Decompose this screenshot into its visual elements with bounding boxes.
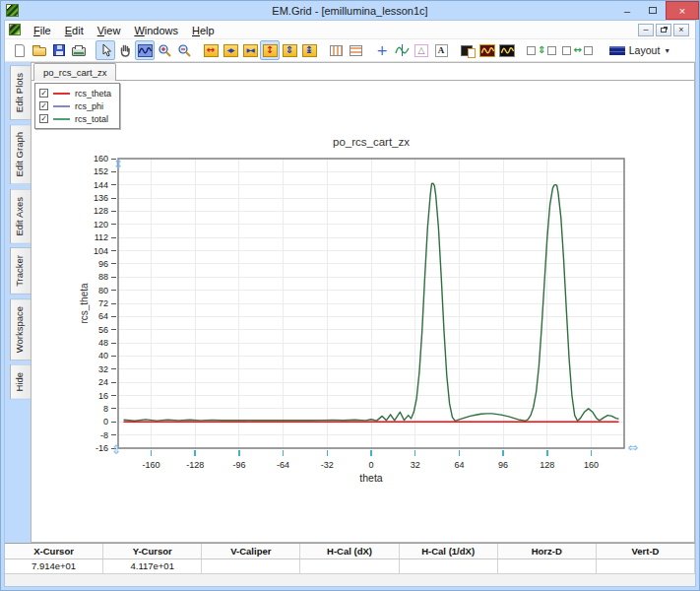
readout-value-5 bbox=[498, 559, 597, 574]
y-tick-label: 96 bbox=[98, 259, 108, 269]
y-tick-label: 24 bbox=[98, 377, 108, 387]
mdi-close-button[interactable]: × bbox=[673, 24, 689, 36]
y-tick-label: 32 bbox=[98, 364, 108, 374]
align-vertical-group-button[interactable]: ⇕ bbox=[524, 40, 559, 60]
readout-header-y-cursor: Y-Cursor bbox=[103, 544, 202, 558]
graph-style-dark-button[interactable] bbox=[477, 40, 497, 60]
sidebar-tab-edit-plots[interactable]: Edit Plots bbox=[10, 65, 31, 120]
zoom-window-button[interactable] bbox=[135, 40, 155, 60]
pan-hand-button[interactable] bbox=[115, 40, 135, 60]
save-file-button[interactable] bbox=[49, 40, 69, 60]
expand-y-icon: ↕ bbox=[263, 44, 278, 57]
sidebar-tab-edit-axes[interactable]: Edit Axes bbox=[10, 189, 31, 244]
select-cursor-button[interactable] bbox=[95, 40, 115, 60]
sidebar-tab-workspace[interactable]: Workspace bbox=[10, 298, 31, 361]
legend-line-sample-icon bbox=[53, 105, 70, 107]
expand-x-button[interactable]: ↔ bbox=[201, 40, 221, 60]
title-bar: EM.Grid - [emillumina_lesson1c] – × bbox=[1, 1, 699, 20]
menu-items: FileEditViewWindowsHelp bbox=[27, 21, 222, 38]
axis-handle-top-left-icon[interactable]: ⇕ bbox=[113, 157, 124, 171]
readout-value-2 bbox=[202, 559, 300, 574]
chart-title: po_rcs_cart_zx bbox=[333, 136, 410, 148]
legend-checkbox-rcs_theta[interactable]: ✓ bbox=[39, 89, 48, 98]
delta-marker-button[interactable]: △ bbox=[412, 40, 431, 60]
open-file-button[interactable] bbox=[30, 40, 49, 60]
readout-header-horz-d: Horz-D bbox=[498, 544, 597, 558]
legend-checkbox-rcs_phi[interactable]: ✓ bbox=[39, 101, 48, 110]
vertical-panels-button[interactable] bbox=[326, 40, 346, 60]
new-document-button[interactable] bbox=[10, 40, 30, 60]
readout-header-x-cursor: X-Cursor bbox=[5, 544, 103, 558]
mdi-restore-button[interactable] bbox=[656, 24, 671, 36]
zoom-out-icon bbox=[177, 43, 192, 58]
menu-windows[interactable]: Windows bbox=[127, 23, 185, 38]
new-document-icon bbox=[15, 44, 25, 57]
readout-value-4 bbox=[400, 559, 498, 574]
mdi-window-controls: – × bbox=[638, 24, 691, 36]
x-tick-label: -160 bbox=[143, 460, 160, 470]
document-logo-icon[interactable] bbox=[9, 24, 21, 35]
sidebar-tab-hide[interactable]: Hide bbox=[10, 364, 31, 400]
menu-view[interactable]: View bbox=[91, 23, 128, 38]
menu-help[interactable]: Help bbox=[185, 23, 222, 38]
sidebar-tab-edit-graph[interactable]: Edit Graph bbox=[10, 124, 31, 184]
graph-style-dark-icon bbox=[479, 44, 495, 57]
mdi-minimize-button[interactable]: – bbox=[638, 24, 654, 36]
y-axis-label: rcs_theta bbox=[79, 283, 90, 324]
zoom-window-icon bbox=[138, 44, 153, 57]
app-window: EM.Grid - [emillumina_lesson1c] – × File… bbox=[0, 0, 700, 591]
y-tick-label: 0 bbox=[103, 417, 108, 427]
copy-graph-button[interactable] bbox=[458, 40, 477, 60]
axis-handle-bottom-right-icon[interactable]: ⇔ bbox=[628, 440, 639, 455]
stretch-y-button[interactable]: ⇕ bbox=[280, 40, 299, 60]
print-button[interactable] bbox=[69, 40, 89, 60]
compress-x-button[interactable]: ▶◀ bbox=[240, 40, 260, 60]
status-bar bbox=[5, 573, 695, 586]
tracker-button[interactable] bbox=[392, 40, 412, 60]
layout-icon bbox=[609, 46, 625, 55]
plot-legend: ✓rcs_theta✓rcs_phi✓rcs_total bbox=[34, 83, 120, 129]
layout-label: Layout bbox=[629, 44, 661, 56]
y-tick-label: 48 bbox=[98, 338, 108, 348]
delta-marker-icon: △ bbox=[414, 44, 428, 57]
legend-row-rcs_theta: ✓rcs_theta bbox=[39, 87, 111, 99]
legend-label: rcs_total bbox=[75, 114, 108, 124]
readout-value-3 bbox=[300, 559, 399, 574]
axis-handle-bottom-left-icon[interactable]: ⇕ bbox=[111, 442, 122, 457]
legend-row-rcs_total: ✓rcs_total bbox=[39, 112, 111, 125]
vertical-panels-icon bbox=[330, 45, 343, 56]
compress-y-button[interactable]: ↨ bbox=[299, 40, 319, 60]
align-horizontal-group-button[interactable]: ↔ bbox=[559, 40, 595, 60]
sidebar-tab-tracker[interactable]: Tracker bbox=[10, 247, 31, 295]
horizontal-panels-button[interactable] bbox=[346, 40, 365, 60]
legend-checkbox-rcs_total[interactable]: ✓ bbox=[39, 114, 48, 123]
y-tick-label: 8 bbox=[103, 404, 108, 414]
x-axis-label: theta bbox=[359, 472, 383, 484]
x-tick-label: 64 bbox=[454, 460, 464, 470]
chart-canvas[interactable]: 1601521441361281201121049688807264564840… bbox=[32, 63, 693, 496]
tracker-icon bbox=[395, 44, 410, 56]
expand-y-button[interactable]: ↕ bbox=[260, 40, 280, 60]
y-tick-label: 64 bbox=[98, 311, 108, 321]
y-tick-label: 120 bbox=[94, 220, 108, 230]
crosshair-button[interactable]: + bbox=[372, 40, 392, 60]
stretch-x-button[interactable]: ◀▶ bbox=[221, 40, 240, 60]
text-annotation-button[interactable]: A bbox=[431, 40, 451, 60]
legend-line-sample-icon bbox=[53, 118, 70, 120]
menu-bar: FileEditViewWindowsHelp – × bbox=[5, 21, 695, 39]
y-tick-label: -8 bbox=[100, 430, 108, 440]
readout-header-h-cal-dx-: H-Cal (dX) bbox=[300, 544, 399, 558]
menu-file[interactable]: File bbox=[27, 23, 58, 38]
x-tick-label: 160 bbox=[584, 460, 599, 470]
zoom-out-button[interactable] bbox=[174, 40, 194, 60]
menu-edit[interactable]: Edit bbox=[58, 23, 91, 38]
zoom-in-button[interactable] bbox=[155, 40, 174, 60]
horizontal-panels-icon bbox=[350, 45, 362, 56]
layout-menu-button[interactable]: Layout▼ bbox=[603, 40, 677, 60]
stretch-y-icon: ⇕ bbox=[283, 44, 297, 57]
y-tick-label: 144 bbox=[94, 180, 108, 190]
graph-style-black-button[interactable] bbox=[497, 40, 517, 60]
legend-label: rcs_theta bbox=[75, 89, 111, 98]
readout-header-row: X-CursorY-CursorV-CaliperH-Cal (dX)H-Cal… bbox=[5, 544, 695, 559]
y-tick-label: 16 bbox=[98, 391, 108, 401]
